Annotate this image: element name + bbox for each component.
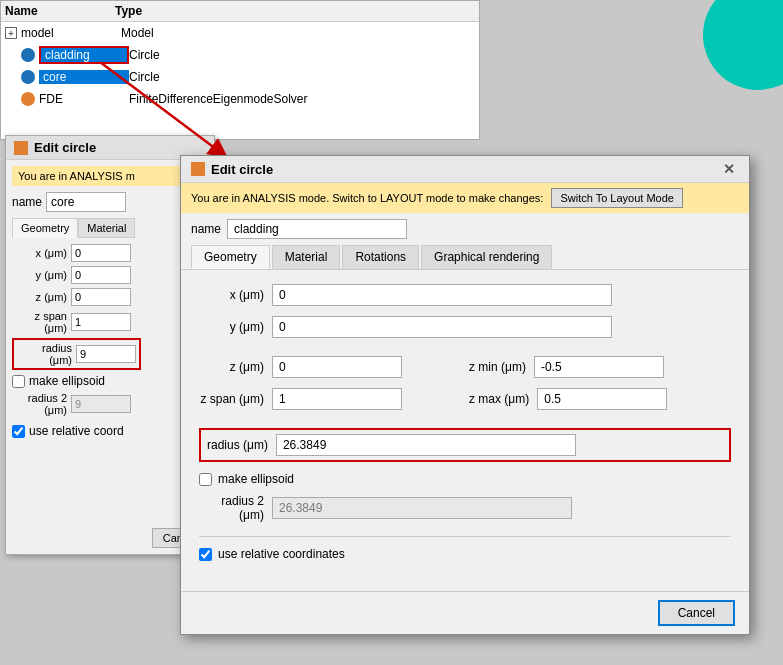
zspan-input-back[interactable] bbox=[71, 313, 131, 331]
tab-material[interactable]: Material bbox=[272, 245, 341, 269]
tabs-back: Geometry Material bbox=[12, 218, 208, 238]
dialog-body: x (μm) y (μm) z (μm) z min (μm) z span (… bbox=[181, 270, 749, 575]
radius-label-back: radius (μm) bbox=[17, 342, 72, 366]
use-relative-check[interactable] bbox=[199, 548, 212, 561]
z-max-label: z max (μm) bbox=[469, 392, 529, 406]
close-button[interactable]: ✕ bbox=[719, 161, 739, 177]
tab-back-geometry[interactable]: Geometry bbox=[12, 218, 78, 238]
col-type-header: Type bbox=[115, 4, 475, 18]
make-ellipsoid-check[interactable] bbox=[199, 473, 212, 486]
tree-row-cladding[interactable]: cladding Circle bbox=[1, 44, 479, 66]
y-label-back: y (μm) bbox=[12, 269, 67, 281]
z-label: z (μm) bbox=[199, 360, 264, 374]
relative-row-back: use relative coord bbox=[12, 424, 208, 438]
x-input-back[interactable] bbox=[71, 244, 131, 262]
dialog-front-titlebar: Edit circle ✕ bbox=[181, 156, 749, 183]
z-left: z (μm) bbox=[199, 356, 461, 378]
switch-layout-button[interactable]: Switch To Layout Mode bbox=[551, 188, 683, 208]
tab-back-material[interactable]: Material bbox=[78, 218, 135, 238]
tree-name-core: core bbox=[39, 70, 129, 84]
field-row-x-back: x (μm) bbox=[12, 244, 208, 262]
z-max-input[interactable] bbox=[537, 388, 667, 410]
make-ellipsoid-check-back[interactable] bbox=[12, 375, 25, 388]
radius-box-back: radius (μm) bbox=[12, 338, 141, 370]
name-row-back: name bbox=[12, 192, 208, 212]
cladding-icon bbox=[21, 48, 35, 62]
use-relative-check-back[interactable] bbox=[12, 425, 25, 438]
tree-row-fde[interactable]: FDE FiniteDifferenceEigenmodeSolver bbox=[1, 88, 479, 110]
zspan-right: z max (μm) bbox=[469, 388, 731, 410]
use-relative-label-back: use relative coord bbox=[29, 424, 124, 438]
field-row-zspan-back: z span (μm) bbox=[12, 310, 208, 334]
y-input[interactable] bbox=[272, 316, 612, 338]
radius2-input bbox=[272, 497, 572, 519]
z-min-input[interactable] bbox=[534, 356, 664, 378]
teal-circle-decoration bbox=[703, 0, 783, 90]
z-label-back: z (μm) bbox=[12, 291, 67, 303]
name-input-back[interactable] bbox=[46, 192, 126, 212]
zspan-left: z span (μm) bbox=[199, 388, 461, 410]
analysis-bar-front: You are in ANALYSIS mode. Switch to LAYO… bbox=[181, 183, 749, 213]
titlebar-left: Edit circle bbox=[191, 162, 273, 177]
tab-geometry[interactable]: Geometry bbox=[191, 245, 270, 269]
dialog-back-title: Edit circle bbox=[34, 140, 96, 155]
tree-type-cladding: Circle bbox=[129, 48, 160, 62]
tree-type-model: Model bbox=[121, 26, 475, 40]
tree-name-model: model bbox=[21, 26, 121, 40]
tree-name-fde: FDE bbox=[39, 92, 129, 106]
radius-input-back[interactable] bbox=[76, 345, 136, 363]
radius2-input-back[interactable] bbox=[71, 395, 131, 413]
radius-section: radius (μm) bbox=[199, 428, 731, 462]
radius2-row-back: radius 2 (μm) bbox=[12, 392, 208, 416]
cancel-button[interactable]: Cancel bbox=[658, 600, 735, 626]
dialog-footer: Cancel bbox=[181, 591, 749, 634]
dialog-back-icon bbox=[14, 141, 28, 155]
core-icon bbox=[21, 70, 35, 84]
tab-graphical-rendering[interactable]: Graphical rendering bbox=[421, 245, 552, 269]
z-input-back[interactable] bbox=[71, 288, 131, 306]
radius-input[interactable] bbox=[276, 434, 576, 456]
radius-row-back: radius (μm) bbox=[12, 338, 208, 370]
file-tree-panel: Name Type + model Model cladding Circle … bbox=[0, 0, 480, 140]
dialog-front-icon bbox=[191, 162, 205, 176]
name-label-back: name bbox=[12, 195, 42, 209]
tree-type-core: Circle bbox=[129, 70, 160, 84]
make-ellipsoid-label-back: make ellipsoid bbox=[29, 374, 105, 388]
make-ellipsoid-row-back: make ellipsoid bbox=[12, 374, 208, 388]
dialog-front: Edit circle ✕ You are in ANALYSIS mode. … bbox=[180, 155, 750, 635]
name-row-front: name bbox=[181, 213, 749, 245]
radius-label: radius (μm) bbox=[207, 438, 268, 452]
name-input-front[interactable] bbox=[227, 219, 407, 239]
x-label-back: x (μm) bbox=[12, 247, 67, 259]
x-label: x (μm) bbox=[199, 288, 264, 302]
radius2-label-back: radius 2 (μm) bbox=[12, 392, 67, 416]
tree-row-core[interactable]: core Circle bbox=[1, 66, 479, 88]
tree-type-fde: FiniteDifferenceEigenmodeSolver bbox=[129, 92, 308, 106]
field-row-z-back: z (μm) bbox=[12, 288, 208, 306]
analysis-text-front: You are in ANALYSIS mode. Switch to LAYO… bbox=[191, 192, 543, 204]
two-col-z: z (μm) z min (μm) bbox=[199, 356, 731, 378]
tab-rotations[interactable]: Rotations bbox=[342, 245, 419, 269]
zspan-label: z span (μm) bbox=[199, 392, 264, 406]
z-input[interactable] bbox=[272, 356, 402, 378]
analysis-bar-back: You are in ANALYSIS m bbox=[12, 166, 208, 186]
y-label: y (μm) bbox=[199, 320, 264, 334]
file-tree-header: Name Type bbox=[1, 1, 479, 22]
tabs-front: Geometry Material Rotations Graphical re… bbox=[181, 245, 749, 270]
analysis-text-back: You are in ANALYSIS m bbox=[18, 170, 135, 182]
divider bbox=[199, 536, 731, 537]
field-row-y: y (μm) bbox=[199, 316, 731, 338]
name-label-front: name bbox=[191, 222, 221, 236]
radius2-row: radius 2 (μm) bbox=[199, 494, 731, 522]
field-row-y-back: y (μm) bbox=[12, 266, 208, 284]
zspan-input[interactable] bbox=[272, 388, 402, 410]
z-right: z min (μm) bbox=[469, 356, 731, 378]
y-input-back[interactable] bbox=[71, 266, 131, 284]
two-col-zspan: z span (μm) z max (μm) bbox=[199, 388, 731, 410]
use-relative-row: use relative coordinates bbox=[199, 547, 731, 561]
dialog-front-title: Edit circle bbox=[211, 162, 273, 177]
fde-icon bbox=[21, 92, 35, 106]
field-row-x: x (μm) bbox=[199, 284, 731, 306]
x-input[interactable] bbox=[272, 284, 612, 306]
tree-row-model[interactable]: + model Model bbox=[1, 22, 479, 44]
